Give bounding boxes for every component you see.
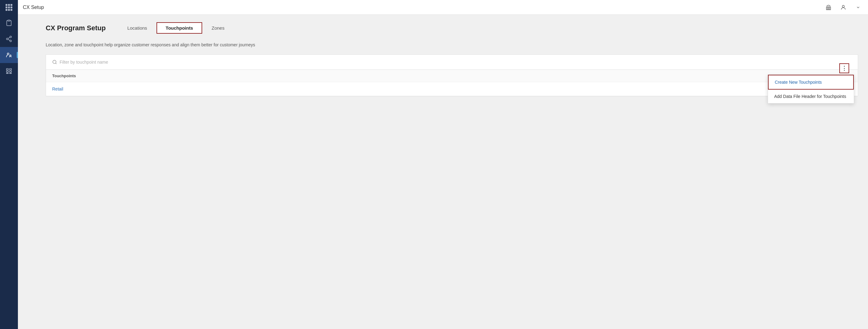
sidebar-item-cx[interactable] <box>0 47 18 63</box>
sidebar-item-grid[interactable] <box>0 63 18 79</box>
svg-point-14 <box>842 5 844 7</box>
page-description: Location, zone and touchpoint help organ… <box>46 42 858 48</box>
institution-icon <box>826 4 832 10</box>
search-bar <box>46 55 858 70</box>
main-content: CX Program Setup Locations Touchpoints Z… <box>36 15 868 329</box>
cx-icon <box>5 52 12 58</box>
tabs: Locations Touchpoints Zones <box>118 22 234 34</box>
topbar-right <box>824 2 863 12</box>
create-touchpoints-item[interactable]: Create New Touchpoints <box>768 75 854 90</box>
add-header-item[interactable]: Add Data File Header for Touchpoints <box>768 90 854 103</box>
tab-locations[interactable]: Locations <box>118 22 156 34</box>
svg-point-1 <box>10 36 12 38</box>
more-options-button[interactable]: ⋮ <box>839 63 849 73</box>
user-icon <box>840 4 846 10</box>
svg-line-5 <box>8 37 10 39</box>
page-header: CX Program Setup Locations Touchpoints Z… <box>46 22 234 34</box>
svg-rect-11 <box>9 71 11 72</box>
page-title: CX Program Setup <box>46 24 105 32</box>
apps-grid-icon <box>5 4 12 11</box>
svg-rect-0 <box>8 20 10 21</box>
user-icon-btn[interactable] <box>838 2 848 12</box>
svg-point-3 <box>10 40 12 42</box>
svg-rect-10 <box>6 71 8 72</box>
svg-rect-9 <box>9 68 11 70</box>
svg-rect-8 <box>6 68 8 70</box>
share-icon <box>5 35 12 42</box>
svg-line-4 <box>8 39 10 40</box>
dropdown-menu: Create New Touchpoints Add Data File Hea… <box>768 74 854 103</box>
tab-touchpoints[interactable]: Touchpoints <box>156 22 203 34</box>
header-wrapper: CX Program Setup Locations Touchpoints Z… <box>46 22 858 37</box>
table-row[interactable]: Retail <box>46 82 858 96</box>
svg-point-2 <box>6 38 8 40</box>
institution-icon-btn[interactable] <box>824 2 833 12</box>
table-column-header: Touchpoints <box>46 70 858 82</box>
svg-rect-13 <box>9 73 11 73</box>
sidebar <box>0 0 18 329</box>
sidebar-item-share[interactable] <box>0 31 18 47</box>
sidebar-item-tasks[interactable] <box>0 15 18 31</box>
search-icon <box>52 60 57 65</box>
chevron-down-icon-btn[interactable] <box>853 2 863 12</box>
tab-zones[interactable]: Zones <box>202 22 234 34</box>
topbar-title: CX Setup <box>23 5 44 10</box>
grid-icon <box>5 68 12 74</box>
svg-rect-12 <box>6 73 8 73</box>
content-card: ⋮ Create New Touchpoints Add Data File H… <box>46 54 858 96</box>
svg-point-15 <box>53 60 56 64</box>
topbar: CX Setup <box>18 0 868 15</box>
svg-line-16 <box>56 63 57 64</box>
sidebar-item-apps[interactable] <box>0 0 18 15</box>
svg-point-6 <box>7 53 9 55</box>
active-indicator <box>17 52 18 58</box>
clipboard-icon <box>5 20 12 26</box>
search-input[interactable] <box>60 60 851 65</box>
chevron-down-icon <box>856 5 860 9</box>
